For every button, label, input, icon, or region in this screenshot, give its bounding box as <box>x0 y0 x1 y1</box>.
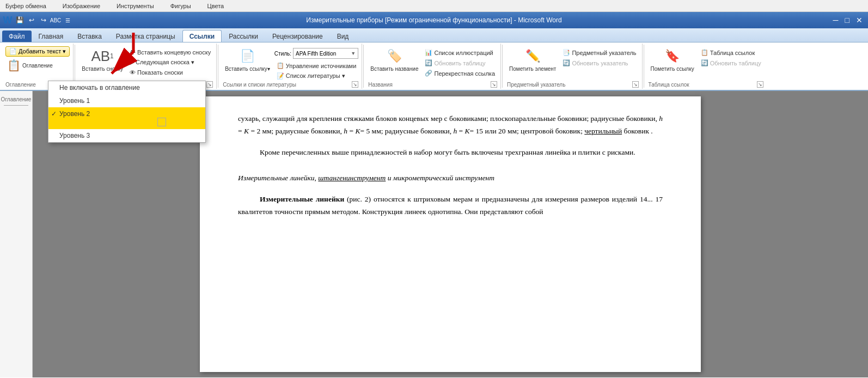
title-bar: W 💾 ↩ ↪ ABC ☰ Измерительные приборы [Реж… <box>0 12 868 28</box>
table-of-authorities-group: 🔖 Пометить ссылку 📋 Таблица ссылок 🔄 Обн… <box>645 44 767 89</box>
index-group-expand[interactable]: ↘ <box>632 81 639 88</box>
citations-group: 📄 Вставить ссылку▾ Стиль: APA Fifth Edit… <box>219 44 362 89</box>
insert-index-label: Предметный указатель <box>572 50 636 56</box>
citations-group-label: Ссылки и списки литературы <box>223 81 296 88</box>
index-section: 📑 Предметный указатель 🔄 Обновить указат… <box>560 46 638 68</box>
dropdown-item-level3[interactable]: Уровень 3 <box>48 129 205 142</box>
dropdown-item-exclude[interactable]: Не включать в оглавление <box>48 81 205 94</box>
ribbon-tabs: Файл Главная Вставка Разметка страницы С… <box>0 28 868 42</box>
paragraph-1: сухарь, служащий для крепления стяжками … <box>238 113 663 138</box>
manage-sources-label: Управление источниками <box>286 63 356 69</box>
mark-citation-label: Пометить ссылку <box>651 66 694 72</box>
mark-entry-label: Пометить элемент <box>509 66 556 72</box>
window-title: Измерительные приборы [Режим ограниченно… <box>0 16 868 24</box>
add-text-button[interactable]: 📄 Добавить текст ▾ <box>5 46 70 57</box>
insert-endnote-btn[interactable]: A¹ Вставить концевую сноску <box>127 48 213 57</box>
insert-endnote-label: Вставить концевую сноску <box>137 49 211 56</box>
update-table-captions-btn[interactable]: 🔄 Обновить таблицу <box>423 58 497 68</box>
insert-index-btn[interactable]: 📑 Предметный указатель <box>560 48 638 57</box>
minimize-btn[interactable]: ─ <box>830 16 841 25</box>
insert-caption-btn[interactable]: 🏷️ Вставить название <box>368 46 420 74</box>
bibliography-btn[interactable]: 📝 Список литературы ▾ <box>274 71 358 81</box>
top-menu-bar: Буфер обмена Изображение Инструменты Фиг… <box>0 0 868 12</box>
insert-table-of-auth-btn[interactable]: 📋 Таблица ссылок <box>699 48 763 57</box>
citations-group-expand[interactable]: ↘ <box>352 81 358 88</box>
menu-image[interactable]: Изображение <box>63 3 100 9</box>
dropdown-item-level2[interactable]: Уровень 2 <box>48 107 205 129</box>
toc-button[interactable]: 📋 Оглавление <box>5 58 54 73</box>
dropdown-level2-label: Уровень 2 <box>59 110 90 118</box>
citation-section: Стиль: APA Fifth Edition ▼ 📋 Управление … <box>274 46 358 81</box>
table-of-auth-group-label: Таблица ссылок <box>649 81 689 88</box>
insert-table-of-auth-label: Таблица ссылок <box>710 50 755 56</box>
update-index-label: Обновить указатель <box>572 60 628 66</box>
bibliography-label: Список литературы ▾ <box>286 72 345 80</box>
maximize-btn[interactable]: □ <box>842 16 852 25</box>
menu-figures[interactable]: Фигуры <box>170 3 191 9</box>
level2-checkbox[interactable] <box>157 118 166 126</box>
update-index-btn[interactable]: 🔄 Обновить указатель <box>560 58 638 68</box>
redo-icon[interactable]: ↪ <box>39 15 48 25</box>
window-controls: ─ □ ✕ <box>830 16 865 25</box>
tab-view[interactable]: Вид <box>330 30 356 42</box>
undo-icon[interactable]: ↩ <box>27 15 36 25</box>
tab-references[interactable]: Ссылки <box>182 30 222 42</box>
show-footnotes-label: Показать сноски <box>137 69 183 76</box>
update-table-captions-label: Обновить таблицу <box>434 60 485 66</box>
table-of-auth-section: 📋 Таблица ссылок 🔄 Обновить таблицу <box>699 46 763 68</box>
captions-section: 📊 Список иллюстраций 🔄 Обновить таблицу … <box>423 46 497 78</box>
close-btn[interactable]: ✕ <box>853 16 865 25</box>
word-icon: W <box>3 15 13 25</box>
insert-footnote-btn[interactable]: AB1 Вставить сноску <box>80 46 125 74</box>
tab-home[interactable]: Главная <box>32 30 71 42</box>
tab-review[interactable]: Рецензирование <box>265 30 330 42</box>
customize-icon[interactable]: ☰ <box>63 15 72 25</box>
insert-caption-label: Вставить название <box>370 66 418 72</box>
dropdown-level1-label: Уровень 1 <box>59 97 90 105</box>
tab-insert[interactable]: Вставка <box>70 30 109 42</box>
table-of-figures-btn[interactable]: 📊 Список иллюстраций <box>423 48 497 57</box>
cross-reference-btn[interactable]: 🔗 Перекрестная ссылка <box>423 69 497 78</box>
footnotes-group-expand[interactable]: ↘ <box>206 81 213 88</box>
dropdown-item-level1[interactable]: Уровень 1 <box>48 94 205 107</box>
menu-buffer[interactable]: Буфер обмена <box>5 3 46 9</box>
index-group: ✏️ Пометить элемент 📑 Предметный указате… <box>504 44 643 89</box>
paragraph-2: Кроме перечисленных выше принадлежностей… <box>238 147 663 159</box>
update-table-auth-btn[interactable]: 🔄 Обновить таблицу <box>699 58 763 68</box>
table-of-auth-group-expand[interactable]: ↘ <box>757 81 763 88</box>
update-table-auth-label: Обновить таблицу <box>710 60 761 66</box>
mark-entry-big-btn[interactable]: ✏️ Пометить элемент <box>507 46 558 74</box>
insert-citation-btn[interactable]: 📄 Вставить ссылку▾ <box>223 46 272 74</box>
insert-citation-label: Вставить ссылку▾ <box>225 66 270 72</box>
dropdown-exclude-label: Не включать в оглавление <box>59 84 140 92</box>
mark-citation-big-btn[interactable]: 🔖 Пометить ссылку <box>649 46 696 74</box>
document-page: сухарь, служащий для крепления стяжками … <box>200 96 701 372</box>
style-label: Стиль: <box>274 51 291 57</box>
paragraph-3: Измерительные линейки (рис. 2) относятся… <box>238 193 663 218</box>
captions-group-label: Названия <box>368 81 393 88</box>
quick-access-toolbar: W 💾 ↩ ↪ ABC ☰ <box>3 15 72 25</box>
tab-file[interactable]: Файл <box>2 31 32 42</box>
next-footnote-label: Следующая сноска ▾ <box>136 59 194 66</box>
tab-mailings[interactable]: Рассылки <box>222 30 265 42</box>
table-of-figures-label: Список иллюстраций <box>434 50 493 56</box>
footnote-section: A¹ Вставить концевую сноску ▶ Следующая … <box>127 46 213 77</box>
next-footnote-btn[interactable]: ▶ Следующая сноска ▾ <box>127 58 213 67</box>
menu-tools[interactable]: Инструменты <box>117 3 154 9</box>
style-dropdown-arrow: ▼ <box>351 51 356 56</box>
index-group-label: Предметный указатель <box>507 81 565 88</box>
style-dropdown[interactable]: APA Fifth Edition ▼ <box>293 48 358 59</box>
spell-icon[interactable]: ABC <box>51 15 60 25</box>
captions-group-expand[interactable]: ↘ <box>491 81 497 88</box>
style-value: APA Fifth Edition <box>296 51 336 57</box>
captions-group: 🏷️ Вставить название 📊 Список иллюстраци… <box>365 44 501 89</box>
show-footnotes-btn[interactable]: 👁 Показать сноски <box>127 68 213 77</box>
save-icon[interactable]: 💾 <box>15 15 25 25</box>
dropdown-level3-label: Уровень 3 <box>59 132 90 139</box>
toc-group-label: Оглавление <box>5 81 36 88</box>
toc-panel-label: Оглавление <box>1 96 32 102</box>
menu-colors[interactable]: Цвета <box>207 3 224 9</box>
tab-page-layout[interactable]: Разметка страницы <box>109 30 182 42</box>
manage-sources-btn[interactable]: 📋 Управление источниками <box>274 61 358 70</box>
add-text-dropdown: Не включать в оглавление Уровень 1 Урове… <box>48 81 206 143</box>
